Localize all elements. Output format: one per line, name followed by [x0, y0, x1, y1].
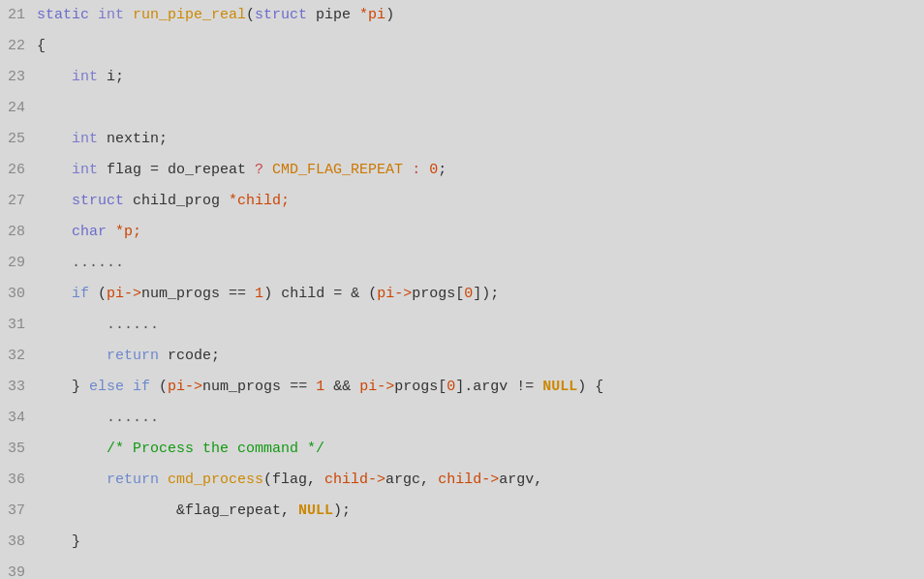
token: ;: [438, 162, 447, 178]
token: ......: [107, 317, 159, 333]
token: [37, 255, 72, 271]
line-number: 31: [0, 310, 37, 341]
token: NULL: [542, 379, 577, 395]
token: progs: [412, 286, 455, 302]
line-content: return cmd_process(flag, child->argc, ch…: [37, 465, 542, 496]
token: struct: [255, 7, 316, 23]
token: 0: [429, 162, 438, 178]
code-line: 28 char *p;: [0, 217, 924, 248]
token: &flag_repeat,: [176, 503, 298, 519]
token: ==: [290, 379, 316, 395]
code-line: 24: [0, 93, 924, 124]
code-line: 31 ......: [0, 310, 924, 341]
token: if: [72, 286, 98, 302]
token: do_repeat: [168, 162, 255, 178]
token: ->: [124, 286, 141, 302]
line-content: } else if (pi->num_progs == 1 && pi->pro…: [37, 372, 603, 403]
line-number: 34: [0, 403, 37, 434]
token: static: [37, 7, 98, 23]
token: [37, 162, 72, 178]
token: i;: [107, 69, 124, 85]
token: ->: [368, 472, 385, 488]
token: (flag,: [263, 472, 324, 488]
line-number: 36: [0, 465, 37, 496]
line-number: 24: [0, 93, 37, 124]
token: return: [107, 348, 168, 364]
token: (: [159, 379, 168, 395]
line-content: int i;: [37, 62, 124, 93]
line-content: &flag_repeat, NULL);: [37, 496, 351, 527]
line-number: 32: [0, 341, 37, 372]
line-content: if (pi->num_progs == 1) child = & (pi->p…: [37, 279, 499, 310]
token: );: [481, 286, 499, 302]
code-line: 25 int nextin;: [0, 124, 924, 155]
code-line: 33 } else if (pi->num_progs == 1 && pi->…: [0, 372, 924, 403]
line-content: char *p;: [37, 217, 141, 248]
line-content: int flag = do_repeat ? CMD_FLAG_REPEAT :…: [37, 155, 447, 186]
token: [37, 317, 107, 333]
code-line: 22{: [0, 31, 924, 62]
token: =: [333, 286, 351, 302]
token: }: [72, 533, 80, 550]
token: ]: [473, 286, 481, 302]
line-number: 21: [0, 0, 37, 31]
token: pipe: [316, 7, 359, 23]
token: );: [333, 503, 351, 519]
token: pi: [107, 286, 124, 302]
token: int: [72, 162, 107, 178]
token: [37, 193, 72, 209]
token: [37, 533, 72, 550]
line-number: 37: [0, 496, 37, 527]
code-line: 23 int i;: [0, 62, 924, 93]
line-number: 23: [0, 62, 37, 93]
line-number: 29: [0, 248, 37, 279]
token: 1: [255, 286, 263, 302]
token: &: [351, 286, 368, 302]
line-content: static int run_pipe_real(struct pipe *pi…: [37, 0, 394, 31]
code-line: 26 int flag = do_repeat ? CMD_FLAG_REPEA…: [0, 155, 924, 186]
token: ) child: [263, 286, 333, 302]
token: [37, 224, 72, 240]
token: [: [438, 379, 447, 395]
line-content: int nextin;: [37, 124, 168, 155]
token: cmd_process: [168, 472, 263, 488]
line-number: 35: [0, 434, 37, 465]
token: argv,: [499, 472, 542, 488]
token: 0: [447, 379, 455, 395]
line-content: ......: [37, 310, 159, 341]
line-number: 27: [0, 186, 37, 217]
token: return: [107, 472, 168, 488]
token: [37, 131, 72, 147]
code-line: 38 }: [0, 527, 924, 558]
token: *pi: [359, 7, 385, 23]
token: (: [246, 7, 255, 23]
token: {: [37, 38, 46, 54]
token: ->: [377, 379, 394, 395]
line-content: struct child_prog *child;: [37, 186, 290, 217]
code-line: 34 ......: [0, 403, 924, 434]
code-line: 27 struct child_prog *child;: [0, 186, 924, 217]
code-line: 32 return rcode;: [0, 341, 924, 372]
token: [37, 286, 72, 302]
line-number: 33: [0, 372, 37, 403]
token: pi: [377, 286, 394, 302]
line-content: {: [37, 31, 46, 62]
code-line: 37 &flag_repeat, NULL);: [0, 496, 924, 527]
token: NULL: [298, 503, 333, 519]
code-line: 29 ......: [0, 248, 924, 279]
token: child_prog: [133, 193, 229, 209]
line-content: ......: [37, 248, 124, 279]
token: ......: [72, 255, 124, 271]
token: ->: [185, 379, 202, 395]
line-content: ......: [37, 403, 159, 434]
line-content: /* Process the command */: [37, 434, 324, 465]
token: (: [98, 286, 107, 302]
token: pi: [359, 379, 377, 395]
token: [37, 348, 107, 364]
token: char: [72, 224, 115, 240]
token: run_pipe_real: [133, 7, 246, 23]
token: [37, 69, 72, 85]
token: ]: [455, 379, 464, 395]
code-line: 35 /* Process the command */: [0, 434, 924, 465]
code-editor: 21static int run_pipe_real(struct pipe *…: [0, 0, 924, 579]
